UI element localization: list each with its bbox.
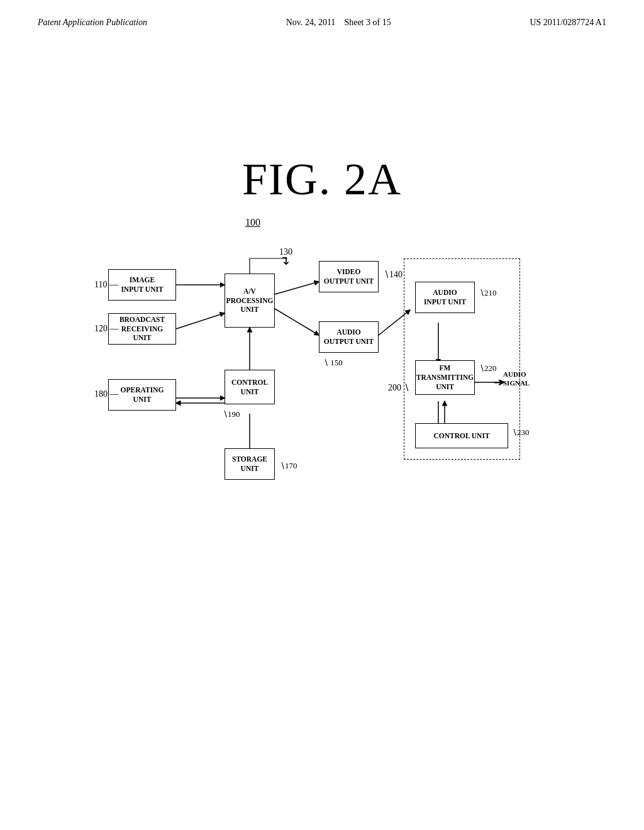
- ref-130: 130↴: [279, 247, 292, 267]
- av-processing-box: A/VPROCESSINGUNIT: [225, 274, 275, 328]
- page-header: Patent Application Publication Nov. 24, …: [0, 0, 644, 28]
- svg-line-2: [275, 282, 319, 294]
- storage-box: STORAGEUNIT: [225, 448, 275, 480]
- ref-220: ∖220: [479, 363, 497, 374]
- ref-200: 200 ∖: [388, 382, 409, 393]
- header-center: Nov. 24, 2011 Sheet 3 of 15: [286, 18, 391, 28]
- ref-100-label: 100: [0, 217, 644, 228]
- ref-230: ∖230: [512, 428, 530, 438]
- control-inner-box: CONTROLUNIT: [225, 370, 275, 404]
- audio-output-box: AUDIOOUTPUT UNIT: [319, 321, 379, 353]
- ref-210: ∖210: [479, 288, 497, 298]
- ref-120: 120 —: [94, 324, 119, 334]
- ref-150: ∖ 150: [323, 358, 343, 368]
- ref-140: ∖140: [384, 269, 402, 280]
- figure-title: FIG. 2A: [0, 153, 644, 206]
- ref-180: 180 —: [94, 389, 119, 399]
- svg-line-1: [176, 313, 225, 329]
- diagram: IMAGEINPUT UNIT 110 — BROADCASTRECEIVING…: [102, 247, 542, 536]
- control-outer-box: CONTROL UNIT: [415, 423, 508, 448]
- image-input-box: IMAGEINPUT UNIT: [108, 269, 176, 301]
- ref-170: ∖170: [280, 461, 297, 471]
- svg-line-3: [275, 309, 319, 335]
- video-output-box: VIDEOOUTPUT UNIT: [319, 261, 379, 292]
- ref-110: 110 —: [94, 280, 118, 290]
- header-right: US 2011/0287724 A1: [530, 18, 606, 28]
- header-left: Patent Application Publication: [38, 18, 147, 28]
- fm-transmitting-box: FMTRANSMITTINGUNIT: [415, 360, 475, 395]
- ref-190: ∖190: [223, 409, 240, 419]
- audio-signal-label: AUDIOSIGNAL: [503, 370, 530, 388]
- audio-input-box: AUDIOINPUT UNIT: [415, 282, 475, 313]
